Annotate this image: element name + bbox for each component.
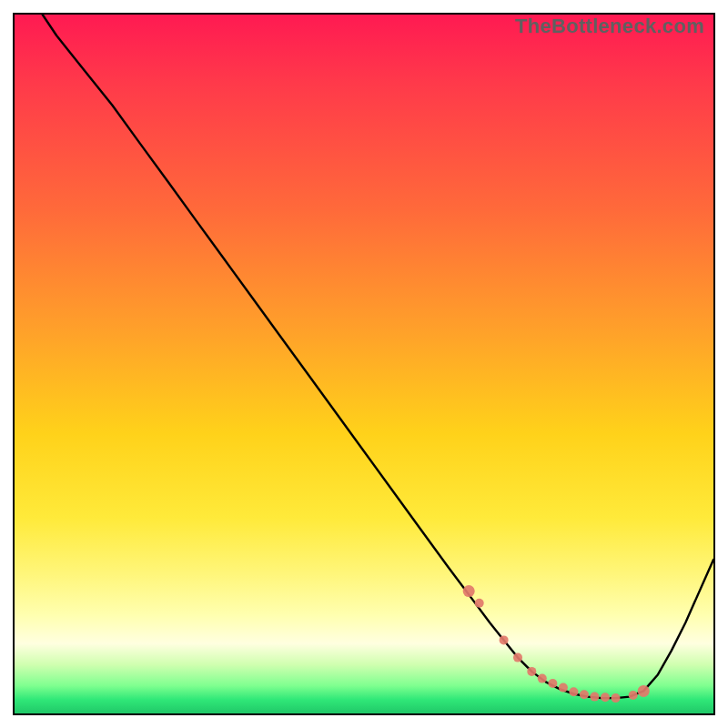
highlight-dot	[580, 690, 589, 699]
highlight-dot	[559, 683, 568, 693]
watermark-text: TheBottleneck.com	[515, 15, 704, 38]
chart-container: TheBottleneck.com	[0, 0, 728, 728]
bottleneck-curve	[15, 15, 713, 713]
highlight-dot	[629, 691, 638, 700]
highlight-dot	[601, 693, 610, 702]
highlight-dot	[612, 693, 621, 703]
highlight-dot	[463, 585, 475, 597]
highlight-dot	[538, 674, 547, 683]
highlight-dot	[513, 653, 522, 662]
highlight-dot	[500, 635, 509, 644]
curve-path	[43, 15, 713, 698]
highlight-dot	[569, 687, 578, 696]
highlight-dot	[527, 667, 536, 676]
highlight-dot	[590, 693, 599, 702]
highlight-dot	[475, 599, 484, 608]
highlight-dot	[548, 679, 557, 688]
plot-area	[13, 13, 715, 715]
highlight-dot	[638, 685, 650, 697]
